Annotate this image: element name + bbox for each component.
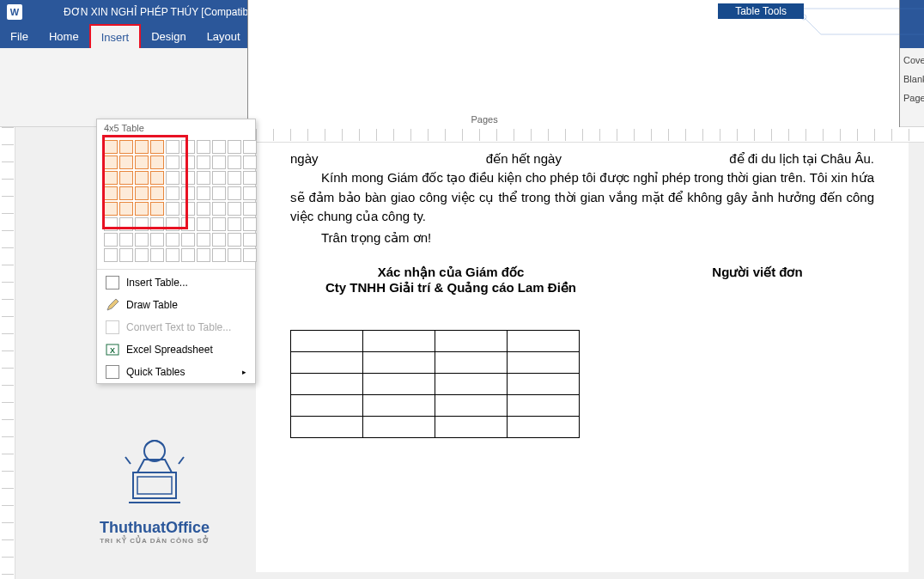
- grid-cell[interactable]: [228, 217, 241, 231]
- grid-cell[interactable]: [243, 186, 257, 200]
- grid-cell[interactable]: [228, 233, 241, 247]
- grid-cell[interactable]: [181, 248, 195, 262]
- grid-cell[interactable]: [212, 171, 226, 185]
- grid-cell[interactable]: [135, 140, 149, 154]
- grid-cell[interactable]: [150, 233, 164, 247]
- grid-cell[interactable]: [228, 248, 241, 262]
- grid-cell[interactable]: [104, 202, 118, 216]
- grid-cell[interactable]: [212, 248, 226, 262]
- grid-cell[interactable]: [197, 140, 210, 154]
- grid-cell[interactable]: [150, 217, 164, 231]
- grid-cell[interactable]: [104, 140, 118, 154]
- grid-cell[interactable]: [150, 186, 164, 200]
- grid-cell[interactable]: [243, 233, 257, 247]
- grid-cell[interactable]: [104, 217, 118, 231]
- horizontal-ruler[interactable]: [256, 127, 924, 143]
- grid-cell[interactable]: [166, 155, 179, 169]
- grid-cell[interactable]: [119, 186, 133, 200]
- body-line: ngày đến hết ngày để đi du lịch tại Châu…: [290, 151, 874, 167]
- table-grid-picker[interactable]: [97, 137, 255, 267]
- grid-cell[interactable]: [135, 186, 149, 200]
- grid-cell[interactable]: [119, 171, 133, 185]
- grid-cell[interactable]: [119, 248, 133, 262]
- draw-table-menuitem[interactable]: Draw Table: [97, 294, 255, 316]
- grid-cell[interactable]: [243, 248, 257, 262]
- grid-cell[interactable]: [212, 140, 226, 154]
- grid-cell[interactable]: [212, 202, 226, 216]
- svg-rect-37: [137, 477, 172, 494]
- grid-cell[interactable]: [166, 202, 179, 216]
- grid-cell[interactable]: [197, 202, 210, 216]
- grid-cell[interactable]: [243, 155, 257, 169]
- grid-cell[interactable]: [135, 233, 149, 247]
- grid-cell[interactable]: [181, 186, 195, 200]
- grid-cell[interactable]: [197, 171, 210, 185]
- table-dropdown: 4x5 Table Insert Table... Draw Table Con…: [96, 119, 256, 384]
- grid-cell[interactable]: [181, 217, 195, 231]
- grid-cell[interactable]: [243, 140, 257, 154]
- grid-cell[interactable]: [150, 248, 164, 262]
- grid-cell[interactable]: [135, 155, 149, 169]
- grid-cell[interactable]: [150, 171, 164, 185]
- tab-layout[interactable]: Layout: [197, 24, 251, 48]
- tab-design[interactable]: Design: [141, 24, 196, 48]
- grid-cell[interactable]: [135, 248, 149, 262]
- quick-tables-menuitem[interactable]: Quick Tables▸: [97, 361, 255, 383]
- table-row: [291, 395, 580, 417]
- grid-cell[interactable]: [181, 140, 195, 154]
- grid-cell[interactable]: [228, 155, 241, 169]
- vertical-ruler[interactable]: [0, 127, 15, 579]
- grid-cell[interactable]: [119, 202, 133, 216]
- grid-cell[interactable]: [104, 248, 118, 262]
- grid-cell[interactable]: [119, 140, 133, 154]
- grid-cell[interactable]: [228, 171, 241, 185]
- brand-slogan: TRI KỶ CỦA DÂN CÔNG SỞ: [69, 537, 240, 545]
- tab-home[interactable]: Home: [39, 24, 89, 48]
- grid-cell[interactable]: [104, 155, 118, 169]
- page-break-button[interactable]: Page Break: [5, 89, 924, 107]
- grid-cell[interactable]: [119, 155, 133, 169]
- grid-cell[interactable]: [228, 202, 241, 216]
- grid-cell[interactable]: [228, 140, 241, 154]
- grid-cell[interactable]: [166, 171, 179, 185]
- grid-cell[interactable]: [243, 171, 257, 185]
- grid-cell[interactable]: [228, 186, 241, 200]
- grid-cell[interactable]: [212, 186, 226, 200]
- grid-cell[interactable]: [166, 140, 179, 154]
- grid-cell[interactable]: [197, 217, 210, 231]
- document-page[interactable]: ngày đến hết ngày để đi du lịch tại Châu…: [256, 143, 909, 572]
- grid-cell[interactable]: [212, 155, 226, 169]
- grid-cell[interactable]: [197, 248, 210, 262]
- grid-cell[interactable]: [181, 202, 195, 216]
- grid-cell[interactable]: [150, 202, 164, 216]
- grid-cell[interactable]: [119, 217, 133, 231]
- insert-table-menuitem[interactable]: Insert Table...: [97, 271, 255, 294]
- excel-spreadsheet-menuitem[interactable]: XExcel Spreadsheet: [97, 338, 255, 361]
- grid-cell[interactable]: [212, 233, 226, 247]
- grid-cell[interactable]: [181, 233, 195, 247]
- grid-cell[interactable]: [197, 233, 210, 247]
- inserted-table[interactable]: [290, 330, 580, 438]
- grid-cell[interactable]: [104, 233, 118, 247]
- grid-cell[interactable]: [119, 233, 133, 247]
- grid-cell[interactable]: [197, 186, 210, 200]
- grid-cell[interactable]: [135, 217, 149, 231]
- grid-cell[interactable]: [181, 171, 195, 185]
- grid-cell[interactable]: [166, 217, 179, 231]
- tab-file[interactable]: File: [0, 24, 39, 48]
- grid-cell[interactable]: [166, 186, 179, 200]
- grid-cell[interactable]: [104, 186, 118, 200]
- grid-cell[interactable]: [166, 233, 179, 247]
- grid-cell[interactable]: [243, 202, 257, 216]
- grid-cell[interactable]: [135, 171, 149, 185]
- grid-cell[interactable]: [166, 248, 179, 262]
- grid-cell[interactable]: [212, 217, 226, 231]
- grid-cell[interactable]: [135, 202, 149, 216]
- grid-cell[interactable]: [243, 217, 257, 231]
- grid-cell[interactable]: [181, 155, 195, 169]
- grid-cell[interactable]: [150, 155, 164, 169]
- grid-cell[interactable]: [150, 140, 164, 154]
- grid-cell[interactable]: [104, 171, 118, 185]
- tab-insert[interactable]: Insert: [89, 24, 142, 48]
- grid-cell[interactable]: [197, 155, 210, 169]
